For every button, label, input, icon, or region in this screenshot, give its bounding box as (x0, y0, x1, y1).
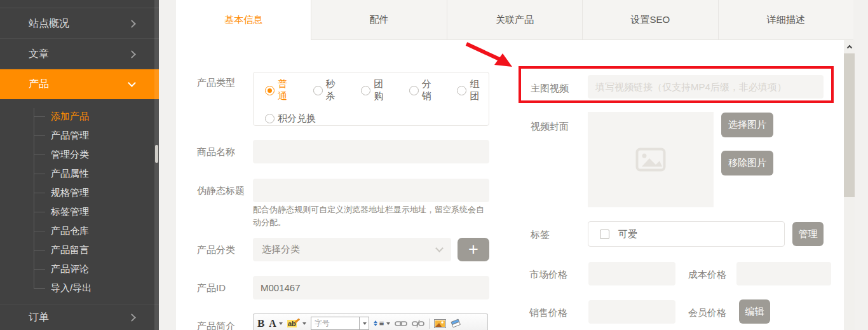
radio-points-exchange[interactable]: 积分兑换 (265, 113, 316, 125)
scrollbar-track[interactable] (844, 40, 855, 330)
highlight-button[interactable]: ab (287, 320, 306, 327)
tab-accessories[interactable]: 配件 (311, 0, 447, 40)
cost-price-label: 成本价格 (688, 269, 726, 281)
sidebar-item-articles[interactable]: 文章 (0, 39, 159, 69)
select-image-button[interactable]: 选择图片 (721, 113, 773, 137)
radio-normal[interactable]: 普通 (265, 78, 297, 102)
manage-tags-button[interactable]: 管理 (792, 222, 824, 246)
font-size-select[interactable]: 字号 (311, 317, 369, 330)
image-placeholder-icon (635, 148, 666, 172)
main-video-input[interactable] (588, 75, 824, 99)
link-icon (395, 320, 407, 327)
sidebar-subitem-product-warehouse[interactable]: 产品仓库 (0, 221, 159, 240)
sidebar-item-label: 产品 (29, 78, 129, 91)
insert-image-button[interactable] (434, 319, 446, 328)
tab-related-products[interactable]: 关联产品 (447, 0, 583, 40)
eraser-button[interactable] (451, 319, 461, 328)
sidebar-subitem-product-messages[interactable]: 产品留言 (0, 240, 159, 259)
sidebar-subitem-tag-management[interactable]: 标签管理 (0, 202, 159, 221)
product-id-label: 产品ID (197, 282, 226, 294)
static-title-input[interactable] (253, 179, 489, 202)
subitem-label: 添加产品 (51, 111, 89, 121)
chevron-right-icon (128, 313, 136, 322)
subitem-label: 产品属性 (51, 168, 89, 179)
sidebar-subitem-product-management[interactable]: 产品管理 (0, 126, 159, 145)
chevron-up-icon (846, 45, 851, 50)
sidebar-item-orders[interactable]: 订单 (0, 305, 159, 330)
product-category-label: 产品分类 (197, 244, 235, 256)
sidebar: 站点概况 文章 产品 添加产品 产品管理 管理分类 产品属性 规格管理 标签管理… (0, 0, 159, 330)
member-price-label: 会员价格 (688, 307, 726, 319)
chevron-down-icon (435, 244, 444, 252)
sale-price-input[interactable] (588, 300, 675, 324)
eraser-icon (451, 319, 461, 328)
chevron-right-icon (128, 20, 136, 28)
sidebar-item-label: 订单 (29, 311, 129, 324)
radio-distribution[interactable]: 分销 (409, 78, 441, 102)
main-video-label: 主图视频 (531, 83, 569, 95)
radio-label: 积分兑换 (278, 113, 316, 125)
unlink-icon (412, 319, 424, 328)
radio-icon (457, 86, 466, 95)
tab-basic-info[interactable]: 基本信息 (176, 0, 311, 40)
form-panel: 产品类型 普通 秒杀 团购 分销 组团 积分兑换 商品名称 伪静态标题 配合伪静… (176, 40, 844, 330)
tab-label: 详细描述 (767, 14, 805, 26)
scrollbar-thumb[interactable] (844, 53, 855, 197)
cost-price-input[interactable] (736, 262, 831, 285)
tag-checkbox[interactable] (600, 230, 609, 239)
sidebar-item-site-overview[interactable]: 站点概况 (0, 9, 159, 39)
add-category-button[interactable]: + (458, 238, 489, 261)
tab-detailed-description[interactable]: 详细描述 (719, 0, 853, 40)
category-select[interactable]: 选择分类 (253, 238, 451, 261)
sidebar-item-products[interactable]: 产品 (0, 69, 159, 99)
scrollbar-up-button[interactable] (844, 40, 855, 53)
sidebar-subitem-import-export[interactable]: 导入/导出 (0, 278, 159, 298)
remove-image-button[interactable]: 移除图片 (721, 151, 773, 175)
tab-label: 关联产品 (496, 14, 534, 26)
tab-seo-settings[interactable]: 设置SEO (583, 0, 718, 40)
sidebar-scrollbar-thumb[interactable] (155, 145, 158, 163)
product-id-input[interactable] (253, 276, 489, 299)
sidebar-item-partial[interactable] (0, 0, 159, 8)
sidebar-subitem-product-reviews[interactable]: 产品评论 (0, 259, 159, 278)
sidebar-scrollbar-track[interactable] (154, 0, 159, 330)
tag-list: 可爱 (588, 221, 785, 247)
rich-text-toolbar: B A ab 字号 ≡ (253, 313, 488, 330)
radio-icon (409, 86, 419, 95)
radio-flash-sale[interactable]: 秒杀 (313, 78, 345, 102)
subitem-label: 产品留言 (51, 244, 89, 255)
font-color-button[interactable]: A (269, 318, 283, 329)
chevron-down-icon (128, 79, 136, 87)
edit-member-price-button[interactable]: 编辑 (739, 299, 770, 324)
market-price-input[interactable] (588, 262, 675, 285)
tab-label: 设置SEO (631, 14, 670, 26)
sidebar-subitem-category-management[interactable]: 管理分类 (0, 145, 159, 164)
bold-icon: B (257, 317, 264, 330)
font-color-icon: A (269, 318, 276, 329)
subitem-label: 产品管理 (51, 130, 89, 141)
sidebar-subitem-add-product[interactable]: 添加产品 (0, 107, 159, 126)
caret-down-icon (302, 322, 306, 325)
line-height-button[interactable]: ≡ (374, 319, 391, 328)
radio-label: 团购 (374, 78, 393, 102)
unlink-button[interactable] (412, 319, 424, 328)
tab-label: 基本信息 (224, 14, 262, 26)
link-button[interactable] (395, 320, 407, 327)
lines-icon: ≡ (379, 319, 384, 328)
subitem-label: 规格管理 (51, 187, 89, 198)
video-cover-placeholder[interactable] (588, 112, 714, 207)
chevron-right-icon (128, 50, 136, 58)
product-type-label: 产品类型 (197, 77, 235, 89)
radio-group-buy[interactable]: 团购 (361, 78, 393, 102)
tab-bar: 基本信息 配件 关联产品 设置SEO 详细描述 (176, 0, 853, 40)
radio-icon (265, 114, 275, 123)
sidebar-subitem-spec-management[interactable]: 规格管理 (0, 183, 159, 202)
bold-button[interactable]: B (257, 317, 264, 330)
caret-down-icon (279, 322, 283, 325)
plus-icon: + (468, 240, 478, 259)
tag-name: 可爱 (618, 228, 637, 240)
sidebar-subitem-product-attributes[interactable]: 产品属性 (0, 164, 159, 183)
product-name-input[interactable] (253, 140, 489, 163)
radio-team-buy[interactable]: 组团 (457, 78, 489, 102)
category-select-value: 选择分类 (262, 244, 437, 256)
